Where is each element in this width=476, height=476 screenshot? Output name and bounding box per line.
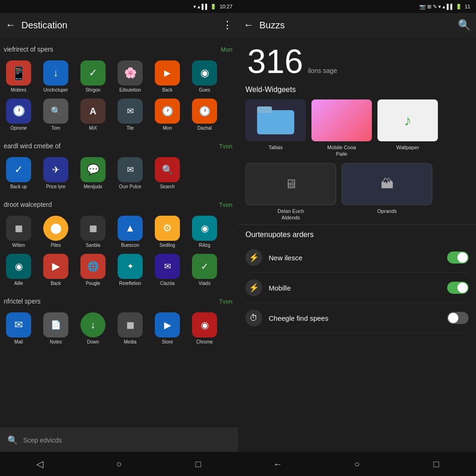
- app-label: Back: [162, 87, 172, 93]
- section4-header: nfrictel spers Tvon: [0, 293, 238, 308]
- app-icon-piles: ⬤: [43, 216, 68, 241]
- list-item[interactable]: ↓ Down: [74, 310, 112, 348]
- list-item[interactable]: 🕐 Opnone: [0, 96, 37, 134]
- list-item[interactable]: 🔍 Search: [149, 154, 186, 192]
- section1-label: Mon: [221, 46, 232, 53]
- app-label: Unclncluper: [44, 87, 68, 93]
- app-icon-price: ✈: [43, 157, 68, 182]
- list-item[interactable]: ▦ Sanbla: [74, 213, 112, 251]
- list-item[interactable]: ▶ Back: [149, 58, 186, 96]
- app-label: Opnone: [10, 126, 27, 131]
- right-back-button[interactable]: ←: [244, 19, 254, 31]
- section3-header: droot walcepterd Tvon: [0, 196, 238, 211]
- app-label: Sedling: [159, 243, 175, 248]
- right-panel: 📷 ⊞ ✎ ▾ ▴ ▌▌ 🔋 11 ← Buzzs 🔍 316 ilons sa…: [238, 0, 476, 476]
- right-recent-nav[interactable]: □: [423, 455, 450, 473]
- list-item[interactable]: 📱 Mobres: [0, 58, 37, 96]
- list-item[interactable]: A MiX: [74, 96, 112, 134]
- list-item[interactable]: ⬤ Piles: [37, 213, 74, 251]
- list-item[interactable]: ✈ Price lyre: [37, 154, 74, 192]
- left-nav-bar: ◁ ○ □: [0, 452, 238, 476]
- app-label: Edsuletion: [119, 87, 141, 93]
- app-icon-store: ▶: [155, 312, 180, 337]
- right-back-nav[interactable]: ←: [264, 455, 291, 473]
- notif-toggle-1[interactable]: [447, 251, 469, 264]
- list-item[interactable]: 🔍 Tom: [37, 96, 74, 134]
- list-item[interactable]: ✉ Mail: [0, 310, 37, 348]
- list-item[interactable]: ✉ Tile: [112, 96, 149, 134]
- list-item[interactable]: ▦ Wilten: [0, 213, 37, 251]
- app-label: Clazöa: [160, 281, 174, 286]
- app-icon-edsuletion: 🌸: [118, 60, 143, 86]
- app-icon-notes: 📄: [43, 312, 68, 337]
- app-icon-media: ▦: [118, 312, 143, 337]
- app-icon-mobres: 📱: [6, 60, 31, 86]
- list-item[interactable]: ✓ Viado: [186, 251, 223, 289]
- list-item[interactable]: ▶ Back: [37, 251, 74, 289]
- app-label: Aille: [14, 281, 23, 286]
- section2-grid: ✓ Back up ✈ Price lyre 💬 Menijudx ✉ Ourr…: [0, 152, 238, 196]
- list-item[interactable]: ✓ Back up: [0, 154, 37, 192]
- notifications-section: Ourtenupotes arders ⚡ New ilesce ⚡ Mobil…: [238, 225, 476, 333]
- app-icon-shrgon: ✓: [80, 60, 106, 86]
- list-item[interactable]: 🌸 Edsuletion: [112, 58, 149, 96]
- notif-label-3: Cheegle find spees: [269, 314, 441, 322]
- list-item[interactable]: ◉ Riilzg: [186, 213, 223, 251]
- app-label: Search: [160, 184, 175, 190]
- list-item[interactable]: ▶ Store: [149, 310, 186, 348]
- app-icon-menijudx: 💬: [80, 157, 106, 182]
- app-label: Mail: [14, 339, 23, 345]
- search-placeholder: Scep edvicds: [23, 436, 62, 444]
- buzz-count-section: 316 ilons sage: [238, 37, 476, 82]
- app-icon-buescon: ▲: [118, 216, 143, 241]
- app-icon-dachal: 🕐: [192, 99, 217, 124]
- left-search-bar[interactable]: 🔍 Scep edvicds: [0, 428, 238, 452]
- app-icon-clazoa: ✉: [155, 254, 180, 279]
- list-item[interactable]: 🕐 Dachal: [186, 96, 223, 134]
- list-item[interactable]: ▦ Media: [112, 310, 149, 348]
- list-item[interactable]: 📄 Notes: [37, 310, 74, 348]
- notif-icon-1: ⚡: [245, 249, 262, 266]
- right-search-button[interactable]: 🔍: [458, 19, 470, 31]
- right-home-nav[interactable]: ○: [343, 455, 371, 473]
- notif-icon-3: ⏱: [245, 310, 262, 326]
- list-item[interactable]: 🌐 Pougle: [74, 251, 112, 289]
- app-icon-unclncluper: ↓: [43, 60, 68, 86]
- list-item[interactable]: ✦ Reiefletion: [112, 251, 149, 289]
- left-more-button[interactable]: ⋮: [222, 19, 232, 31]
- list-item[interactable]: ✉ Ourr Pulce: [112, 154, 149, 192]
- notif-toggle-3[interactable]: [447, 312, 469, 324]
- list-item[interactable]: 💬 Menijudx: [74, 154, 112, 192]
- section2-title: eardl wird cmebe of: [4, 142, 60, 150]
- app-label: Down: [87, 339, 99, 345]
- svg-rect-1: [257, 106, 272, 113]
- widget-label-mobile: Mobile CooaPaile: [327, 144, 356, 158]
- widget-thumb-white: ♪: [377, 99, 438, 141]
- left-recent-nav[interactable]: □: [185, 455, 212, 473]
- notif-toggle-2[interactable]: [447, 282, 469, 294]
- list-item[interactable]: ◉ Aille: [0, 251, 37, 289]
- widget-delan[interactable]: 🖥 Delan EuchAldends: [245, 163, 336, 221]
- list-item[interactable]: ◉ Chrome: [186, 310, 223, 348]
- list-item[interactable]: 🕐 Mon: [149, 96, 186, 134]
- left-title: Destication: [21, 20, 217, 31]
- section4-title: nfrictel spers: [4, 298, 40, 305]
- app-icon-ourpulce: ✉: [118, 157, 143, 182]
- section1-title: viefrirect of spers: [4, 46, 53, 53]
- list-item[interactable]: ✓ Shrgon: [74, 58, 112, 96]
- list-item[interactable]: ▲ Buescon: [112, 213, 149, 251]
- left-back-button[interactable]: ←: [6, 19, 16, 31]
- widget-thumb-tallais: [245, 99, 306, 141]
- widget-oprands[interactable]: 🏔 Oprands: [342, 163, 432, 221]
- list-item[interactable]: ◉ Gues: [186, 58, 223, 96]
- list-item[interactable]: ↓ Unclncluper: [37, 58, 74, 96]
- widget-tallais[interactable]: Tallais: [245, 99, 306, 158]
- left-back-nav[interactable]: ◁: [26, 455, 53, 473]
- widgets-title: Weld-Widgeets: [245, 86, 469, 94]
- app-label: Media: [124, 339, 136, 345]
- widget-mobile-cooa[interactable]: Mobile CooaPaile: [311, 99, 372, 158]
- widget-wallpaper[interactable]: ♪ Wallpaper: [377, 99, 438, 158]
- list-item[interactable]: ✉ Clazöa: [149, 251, 186, 289]
- left-home-nav[interactable]: ○: [105, 455, 133, 473]
- list-item[interactable]: ⚙ Sedling: [149, 213, 186, 251]
